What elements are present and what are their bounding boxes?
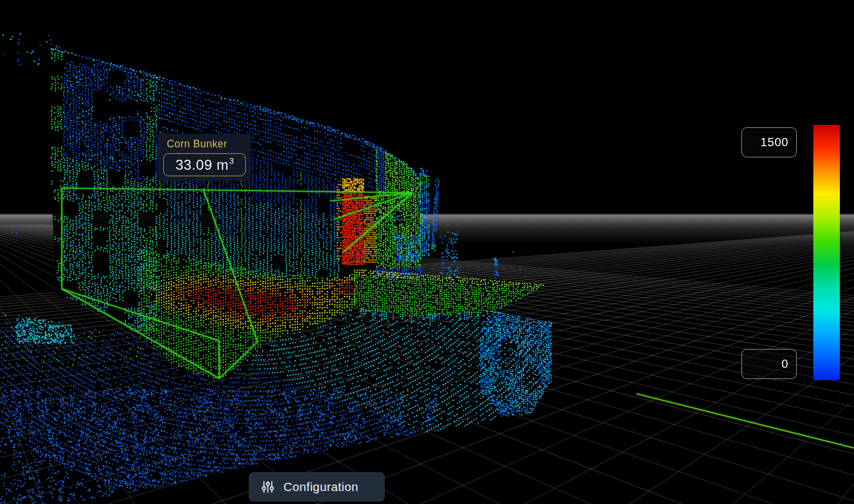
colorbar-min-input[interactable]: [741, 349, 797, 379]
tooltip-title: Corn Bunker: [167, 138, 246, 150]
colorbar-max-input[interactable]: [741, 127, 797, 157]
configuration-button[interactable]: Configuration: [249, 472, 385, 502]
point-cloud-viewport[interactable]: [0, 0, 854, 504]
configuration-label: Configuration: [283, 480, 358, 494]
sliders-icon: [261, 480, 275, 494]
colorbar-gradient: [813, 125, 840, 380]
volume-value-box: 33.09 m3: [163, 153, 246, 176]
measurement-tooltip: Corn Bunker 33.09 m3: [158, 134, 251, 181]
point-cloud-viewer: Corn Bunker 33.09 m3 Configuration: [0, 0, 854, 504]
volume-value: 33.09 m: [176, 157, 229, 173]
